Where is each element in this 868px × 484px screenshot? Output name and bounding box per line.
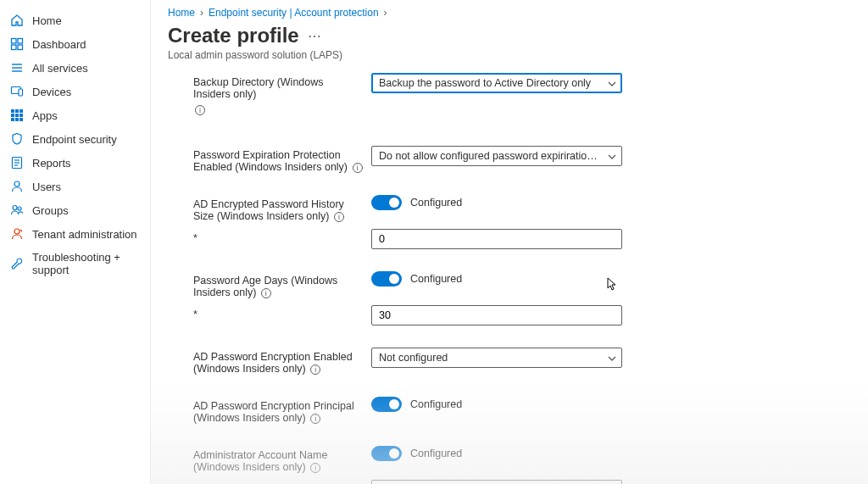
- devices-icon: [10, 85, 24, 98]
- svg-rect-9: [11, 109, 14, 113]
- nav-tenant-admin[interactable]: Tenant administration: [0, 222, 150, 246]
- users-icon: [10, 180, 24, 193]
- svg-rect-12: [11, 114, 14, 117]
- nav-label: All services: [32, 62, 88, 75]
- svg-point-23: [13, 206, 17, 210]
- chevron-down-icon: [608, 79, 616, 87]
- reports-icon: [10, 156, 24, 170]
- svg-point-22: [14, 181, 19, 186]
- svg-rect-16: [15, 118, 19, 121]
- admin-account-name-toggle[interactable]: [371, 446, 402, 461]
- svg-rect-10: [15, 109, 19, 113]
- chevron-right-icon: ›: [200, 7, 203, 19]
- password-expiration-label: Password Expiration Protection Enabled (…: [193, 146, 371, 173]
- nav-label: Users: [32, 181, 61, 193]
- nav-apps[interactable]: Apps: [0, 103, 150, 127]
- password-age-days-toggle[interactable]: [371, 271, 402, 287]
- nav-troubleshooting[interactable]: Troubleshooting + support: [0, 246, 150, 281]
- admin-account-name-select[interactable]: [371, 480, 622, 484]
- required-marker: *: [193, 305, 371, 320]
- chevron-right-icon: ›: [384, 7, 387, 19]
- page-subtitle: Local admin password solution (LAPS): [168, 49, 851, 61]
- home-icon: [10, 14, 24, 27]
- main-content: Home › Endpoint security | Account prote…: [151, 0, 868, 484]
- backup-directory-label: Backup Directory (Windows Insiders only)…: [193, 73, 371, 115]
- breadcrumb: Home › Endpoint security | Account prote…: [168, 7, 851, 19]
- info-icon[interactable]: i: [195, 105, 205, 115]
- toggle-label: Configured: [410, 273, 462, 285]
- all-services-icon: [10, 61, 24, 75]
- nav-label: Home: [32, 14, 62, 27]
- nav-label: Apps: [32, 109, 58, 122]
- nav-users[interactable]: Users: [0, 175, 150, 198]
- svg-rect-15: [11, 118, 14, 121]
- ad-history-size-input[interactable]: [371, 229, 622, 249]
- tenant-admin-icon: [10, 227, 24, 241]
- svg-point-25: [14, 229, 19, 234]
- chevron-down-icon: [608, 152, 616, 160]
- nav-devices[interactable]: Devices: [0, 80, 150, 103]
- breadcrumb-endpoint-security[interactable]: Endpoint security | Account protection: [209, 7, 379, 19]
- chevron-down-icon: [608, 353, 616, 362]
- groups-icon: [10, 203, 24, 217]
- info-icon[interactable]: i: [310, 414, 320, 424]
- nav-all-services[interactable]: All services: [0, 56, 150, 80]
- wrench-icon: [10, 257, 24, 270]
- shield-icon: [10, 132, 24, 146]
- svg-point-24: [18, 207, 21, 210]
- ad-history-size-toggle[interactable]: [371, 195, 402, 210]
- toggle-label: Configured: [410, 398, 462, 410]
- profile-form: Backup Directory (Windows Insiders only)…: [168, 73, 851, 484]
- toggle-label: Configured: [410, 197, 462, 209]
- nav-groups[interactable]: Groups: [0, 198, 150, 222]
- breadcrumb-home[interactable]: Home: [168, 7, 195, 19]
- apps-icon: [10, 108, 24, 122]
- nav-reports[interactable]: Reports: [0, 151, 150, 175]
- more-actions-button[interactable]: ⋯: [308, 28, 322, 44]
- svg-rect-11: [19, 109, 23, 113]
- svg-rect-1: [18, 39, 23, 44]
- ad-history-size-label: AD Encrypted Password History Size (Wind…: [193, 195, 371, 222]
- svg-rect-2: [12, 45, 17, 50]
- nav-label: Groups: [32, 204, 69, 217]
- left-nav: Home Dashboard All services Devices Apps…: [0, 0, 151, 484]
- nav-label: Devices: [32, 86, 71, 98]
- password-age-days-label: Password Age Days (Windows Insiders only…: [193, 271, 371, 298]
- ad-encryption-enabled-label: AD Password Encryption Enabled (Windows …: [193, 348, 371, 375]
- nav-endpoint-security[interactable]: Endpoint security: [0, 127, 150, 151]
- nav-label: Dashboard: [32, 38, 86, 51]
- info-icon[interactable]: i: [353, 163, 363, 173]
- info-icon[interactable]: i: [310, 364, 320, 375]
- nav-label: Endpoint security: [32, 133, 117, 146]
- dashboard-icon: [10, 37, 24, 51]
- nav-label: Reports: [32, 157, 71, 170]
- nav-home[interactable]: Home: [0, 8, 150, 32]
- password-expiration-select[interactable]: Do not allow configured password expirir…: [371, 146, 622, 166]
- svg-rect-8: [19, 89, 23, 96]
- svg-rect-3: [18, 45, 23, 50]
- info-icon[interactable]: i: [334, 212, 344, 222]
- ad-encryption-enabled-select[interactable]: Not configured: [371, 348, 622, 368]
- svg-rect-14: [19, 114, 23, 117]
- svg-rect-17: [19, 118, 23, 121]
- required-marker: *: [193, 229, 371, 244]
- svg-rect-0: [12, 39, 17, 44]
- info-icon[interactable]: i: [310, 463, 320, 473]
- password-age-days-input[interactable]: [371, 305, 622, 325]
- info-icon[interactable]: i: [261, 288, 271, 298]
- toggle-label: Configured: [410, 448, 462, 459]
- backup-directory-select[interactable]: Backup the password to Active Directory …: [371, 73, 622, 93]
- nav-dashboard[interactable]: Dashboard: [0, 32, 150, 56]
- ad-encryption-principal-toggle[interactable]: [371, 397, 402, 412]
- nav-label: Troubleshooting + support: [32, 251, 140, 276]
- svg-rect-13: [15, 114, 19, 117]
- admin-account-name-label: Administrator Account Name (Windows Insi…: [193, 446, 371, 473]
- nav-label: Tenant administration: [32, 228, 137, 241]
- page-title: Create profile: [168, 24, 299, 47]
- ad-encryption-principal-label: AD Password Encryption Principal (Window…: [193, 397, 371, 424]
